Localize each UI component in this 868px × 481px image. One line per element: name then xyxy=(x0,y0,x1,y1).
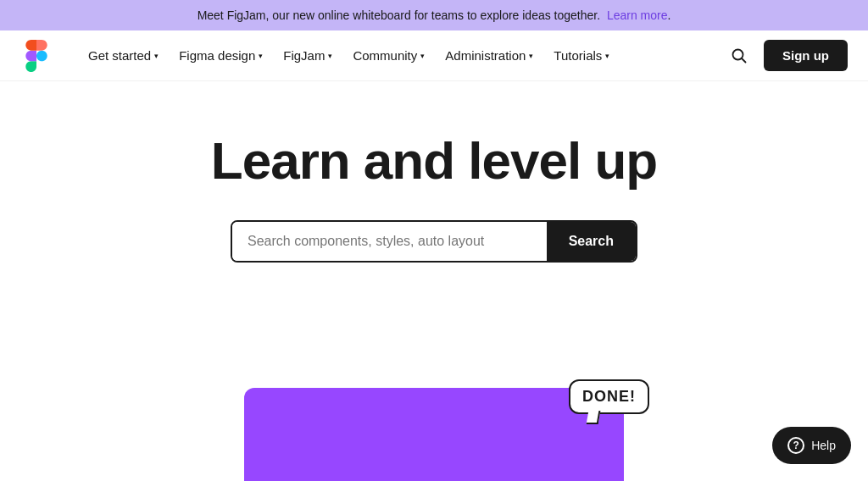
chevron-down-icon: ▾ xyxy=(154,52,159,60)
announcement-link[interactable]: Learn more xyxy=(607,8,668,22)
search-button[interactable]: Search xyxy=(547,222,636,261)
search-icon xyxy=(732,48,747,64)
help-circle-icon: ? xyxy=(787,437,804,454)
chevron-down-icon: ▾ xyxy=(420,52,425,60)
chevron-down-icon: ▾ xyxy=(259,52,263,60)
nav-item-get-started[interactable]: Get started ▾ xyxy=(80,41,167,69)
nav-item-community[interactable]: Community ▾ xyxy=(344,41,433,69)
nav-links: Get started ▾ Figma design ▾ FigJam ▾ Co… xyxy=(80,41,725,69)
nav-actions: Sign up xyxy=(725,40,848,71)
nav-item-figma-design[interactable]: Figma design ▾ xyxy=(170,41,271,69)
chevron-down-icon: ▾ xyxy=(529,52,533,60)
nav-item-figjam[interactable]: FigJam ▾ xyxy=(275,41,341,69)
navbar: Get started ▾ Figma design ▾ FigJam ▾ Co… xyxy=(0,30,868,81)
nav-item-administration[interactable]: Administration ▾ xyxy=(437,41,542,69)
search-icon-button[interactable] xyxy=(725,41,754,70)
signup-button[interactable]: Sign up xyxy=(764,40,848,71)
done-bubble: DONE! xyxy=(569,379,649,414)
announcement-bar: Meet FigJam, our new online whiteboard f… xyxy=(0,0,868,30)
hero-title: Learn and level up xyxy=(211,132,657,190)
announcement-text: Meet FigJam, our new online whiteboard f… xyxy=(198,8,600,22)
hero-section: Learn and level up Search xyxy=(0,81,868,305)
nav-item-tutorials[interactable]: Tutorials ▾ xyxy=(545,41,618,69)
figma-logo-icon xyxy=(20,40,53,72)
search-input[interactable] xyxy=(232,222,547,261)
search-bar: Search xyxy=(231,220,637,263)
help-button[interactable]: ? Help xyxy=(772,427,851,464)
chevron-down-icon: ▾ xyxy=(328,52,332,60)
nav-logo[interactable] xyxy=(20,40,53,72)
bottom-purple-section: DONE! xyxy=(244,388,624,481)
chevron-down-icon: ▾ xyxy=(605,52,609,60)
